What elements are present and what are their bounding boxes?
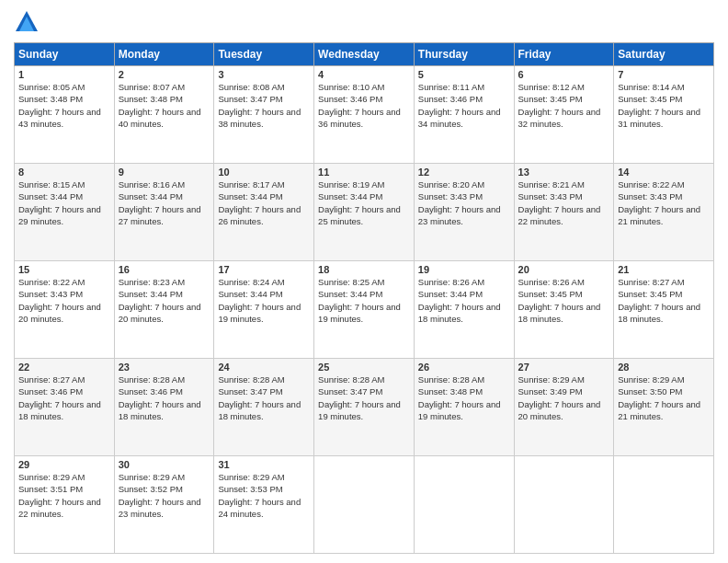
daylight: Daylight: 7 hours and 36 minutes. (318, 107, 401, 129)
calendar-cell (514, 456, 614, 554)
sunset: Sunset: 3:49 PM (518, 386, 583, 396)
day-number: 27 (518, 362, 610, 373)
calendar-cell: 10Sunrise: 8:17 AMSunset: 3:44 PMDayligh… (214, 164, 314, 261)
day-number: 20 (518, 264, 610, 275)
daylight: Daylight: 7 hours and 24 minutes. (218, 497, 301, 519)
calendar-cell: 13Sunrise: 8:21 AMSunset: 3:43 PMDayligh… (514, 164, 614, 261)
sunrise: Sunrise: 8:22 AM (618, 179, 684, 190)
calendar-cell: 18Sunrise: 8:25 AMSunset: 3:44 PMDayligh… (314, 261, 415, 359)
calendar-cell: 15Sunrise: 8:22 AMSunset: 3:43 PMDayligh… (15, 261, 115, 359)
day-info: Sunrise: 8:21 AMSunset: 3:43 PMDaylight:… (518, 178, 610, 227)
sunrise: Sunrise: 8:21 AM (518, 179, 585, 190)
sunrise: Sunrise: 8:22 AM (18, 277, 85, 287)
daylight: Daylight: 7 hours and 23 minutes. (119, 497, 201, 519)
calendar-cell: 26Sunrise: 8:28 AMSunset: 3:48 PMDayligh… (414, 359, 514, 456)
sunset: Sunset: 3:44 PM (318, 289, 382, 299)
daylight: Daylight: 7 hours and 18 minutes. (518, 302, 601, 324)
day-number: 11 (318, 167, 410, 178)
day-number: 1 (18, 69, 110, 80)
sunrise: Sunrise: 8:26 AM (418, 277, 484, 287)
day-info: Sunrise: 8:22 AMSunset: 3:43 PMDaylight:… (618, 178, 710, 227)
daylight: Daylight: 7 hours and 19 minutes. (218, 302, 301, 324)
day-info: Sunrise: 8:29 AMSunset: 3:50 PMDaylight:… (618, 373, 710, 422)
day-info: Sunrise: 8:28 AMSunset: 3:47 PMDaylight:… (218, 373, 310, 422)
sunrise: Sunrise: 8:07 AM (119, 82, 185, 92)
sunset: Sunset: 3:47 PM (318, 386, 382, 396)
day-info: Sunrise: 8:29 AMSunset: 3:53 PMDaylight:… (218, 471, 310, 520)
calendar-cell: 25Sunrise: 8:28 AMSunset: 3:47 PMDayligh… (314, 359, 415, 456)
day-number: 2 (119, 69, 210, 80)
logo-icon (14, 9, 40, 35)
calendar-cell: 8Sunrise: 8:15 AMSunset: 3:44 PMDaylight… (15, 164, 115, 261)
day-number: 26 (418, 362, 510, 373)
day-info: Sunrise: 8:29 AMSunset: 3:51 PMDaylight:… (18, 471, 110, 520)
sunset: Sunset: 3:44 PM (218, 289, 282, 299)
sunset: Sunset: 3:45 PM (518, 289, 583, 299)
day-number: 24 (218, 362, 310, 373)
calendar-cell: 30Sunrise: 8:29 AMSunset: 3:52 PMDayligh… (114, 456, 214, 554)
calendar-cell: 17Sunrise: 8:24 AMSunset: 3:44 PMDayligh… (214, 261, 314, 359)
sunset: Sunset: 3:47 PM (218, 94, 282, 104)
daylight: Daylight: 7 hours and 22 minutes. (18, 497, 101, 519)
sunrise: Sunrise: 8:20 AM (418, 179, 484, 190)
calendar-table: SundayMondayTuesdayWednesdayThursdayFrid… (14, 42, 714, 554)
daylight: Daylight: 7 hours and 21 minutes. (618, 204, 700, 226)
day-info: Sunrise: 8:11 AMSunset: 3:46 PMDaylight:… (418, 81, 510, 130)
sunset: Sunset: 3:45 PM (618, 289, 682, 299)
day-number: 30 (119, 459, 210, 470)
calendar-cell: 9Sunrise: 8:16 AMSunset: 3:44 PMDaylight… (114, 164, 214, 261)
daylight: Daylight: 7 hours and 26 minutes. (218, 204, 301, 226)
day-number: 23 (119, 362, 210, 373)
sunset: Sunset: 3:53 PM (218, 484, 282, 494)
calendar-cell: 3Sunrise: 8:08 AMSunset: 3:47 PMDaylight… (214, 66, 314, 164)
day-info: Sunrise: 8:24 AMSunset: 3:44 PMDaylight:… (218, 276, 310, 325)
day-number: 5 (418, 69, 510, 80)
daylight: Daylight: 7 hours and 29 minutes. (18, 204, 101, 226)
sunrise: Sunrise: 8:15 AM (18, 179, 85, 190)
daylight: Daylight: 7 hours and 18 minutes. (119, 399, 201, 421)
day-number: 15 (18, 264, 110, 275)
daylight: Daylight: 7 hours and 31 minutes. (618, 107, 700, 129)
daylight: Daylight: 7 hours and 19 minutes. (318, 399, 401, 421)
day-number: 8 (18, 167, 110, 178)
calendar-header-wednesday: Wednesday (314, 43, 415, 66)
calendar-week-2: 8Sunrise: 8:15 AMSunset: 3:44 PMDaylight… (15, 164, 714, 261)
daylight: Daylight: 7 hours and 34 minutes. (418, 107, 501, 129)
calendar-cell: 21Sunrise: 8:27 AMSunset: 3:45 PMDayligh… (614, 261, 714, 359)
daylight: Daylight: 7 hours and 18 minutes. (618, 302, 700, 324)
day-info: Sunrise: 8:27 AMSunset: 3:45 PMDaylight:… (618, 276, 710, 325)
calendar-cell: 12Sunrise: 8:20 AMSunset: 3:43 PMDayligh… (414, 164, 514, 261)
sunrise: Sunrise: 8:11 AM (418, 82, 484, 92)
sunrise: Sunrise: 8:10 AM (318, 82, 384, 92)
day-info: Sunrise: 8:14 AMSunset: 3:45 PMDaylight:… (618, 81, 710, 130)
calendar-cell: 16Sunrise: 8:23 AMSunset: 3:44 PMDayligh… (114, 261, 214, 359)
sunrise: Sunrise: 8:29 AM (119, 472, 185, 482)
sunset: Sunset: 3:43 PM (518, 191, 583, 201)
day-number: 4 (318, 69, 410, 80)
calendar-cell (614, 456, 714, 554)
sunset: Sunset: 3:48 PM (418, 386, 483, 396)
day-number: 3 (218, 69, 310, 80)
daylight: Daylight: 7 hours and 22 minutes. (518, 204, 601, 226)
sunrise: Sunrise: 8:27 AM (18, 374, 85, 385)
daylight: Daylight: 7 hours and 38 minutes. (218, 107, 301, 129)
calendar-header-row: SundayMondayTuesdayWednesdayThursdayFrid… (15, 43, 714, 66)
sunset: Sunset: 3:43 PM (18, 289, 83, 299)
calendar-cell: 28Sunrise: 8:29 AMSunset: 3:50 PMDayligh… (614, 359, 714, 456)
day-number: 9 (119, 167, 210, 178)
sunset: Sunset: 3:44 PM (218, 191, 282, 201)
day-number: 22 (18, 362, 110, 373)
day-number: 21 (618, 264, 710, 275)
day-number: 12 (418, 167, 510, 178)
daylight: Daylight: 7 hours and 40 minutes. (119, 107, 201, 129)
sunset: Sunset: 3:44 PM (418, 289, 483, 299)
sunset: Sunset: 3:44 PM (318, 191, 382, 201)
day-info: Sunrise: 8:07 AMSunset: 3:48 PMDaylight:… (119, 81, 210, 130)
day-number: 10 (218, 167, 310, 178)
sunset: Sunset: 3:44 PM (119, 289, 183, 299)
calendar-cell (414, 456, 514, 554)
sunset: Sunset: 3:47 PM (218, 386, 282, 396)
day-info: Sunrise: 8:26 AMSunset: 3:45 PMDaylight:… (518, 276, 610, 325)
day-number: 19 (418, 264, 510, 275)
daylight: Daylight: 7 hours and 21 minutes. (618, 399, 700, 421)
